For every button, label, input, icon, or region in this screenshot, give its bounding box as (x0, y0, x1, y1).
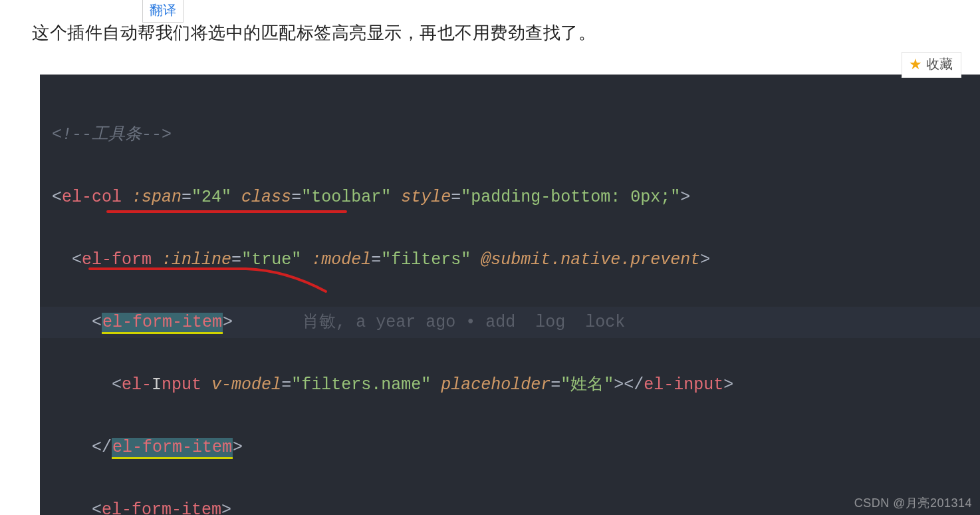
matched-open-tag: el-form-item (102, 313, 223, 334)
translate-pill[interactable]: 翻译 (142, 0, 184, 23)
tag: el-col (62, 188, 122, 207)
code-comment: <!--工具条--> (52, 125, 172, 144)
text-cursor-icon: I (152, 375, 162, 395)
matched-close-tag: el-form-item (112, 438, 233, 459)
favorite-button[interactable]: ★ 收藏 (902, 52, 961, 78)
star-icon: ★ (909, 56, 922, 73)
favorite-label: 收藏 (926, 55, 953, 73)
highlighted-line: <el-form-item> 肖敏, a year ago • add log … (40, 307, 980, 338)
git-blame-annotation: 肖敏, a year ago • add log lock (303, 313, 625, 332)
code-editor[interactable]: <!--工具条--> <el-col :span="24" class="too… (40, 75, 980, 515)
watermark: CSDN @月亮201314 (854, 495, 972, 511)
description-text: 这个插件自动帮我们将选中的匹配标签高亮显示，再也不用费劲查找了。 (32, 21, 596, 45)
